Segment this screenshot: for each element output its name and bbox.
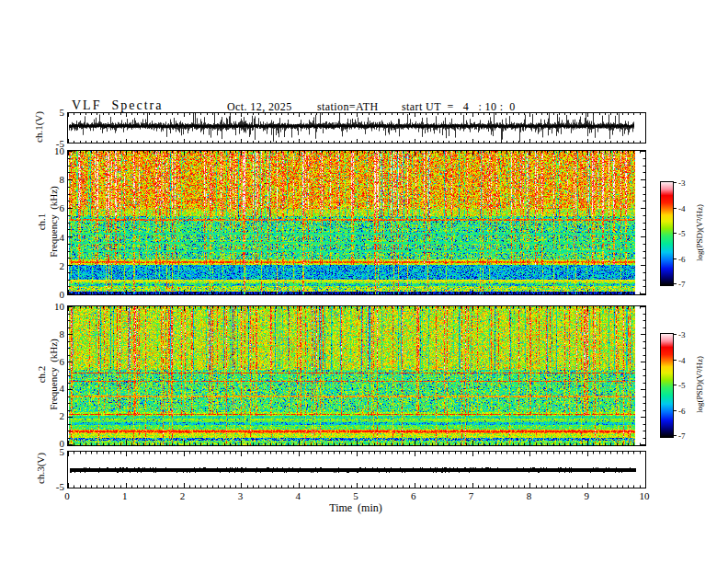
colorbar2-tick-4: [673, 435, 677, 436]
panel-ch1-spectrogram: [67, 150, 646, 295]
time-tick-label-3: 3: [230, 490, 250, 501]
time-tick-label-10: 10: [634, 490, 654, 501]
time-tick-label-5: 5: [346, 490, 366, 501]
time-tick-label-8: 8: [518, 490, 539, 501]
spec2-freq-tick-label-3: 4: [42, 383, 64, 394]
ch3-voltage-axis-title: ch.3(V): [35, 376, 46, 560]
panel-ch3-waveform: [67, 451, 646, 488]
colorbar1-tick-3: [673, 259, 677, 259]
colorbar1-tick-label-3: -6: [678, 255, 686, 264]
colorbar2-tick-1: [673, 360, 677, 361]
colorbar2-tick-0: [673, 334, 677, 335]
panel-ch1-waveform: [67, 112, 646, 144]
colorbar2-tick-label-3: -6: [678, 407, 686, 416]
colorbar-ch2-title: log(PSD)(V²/Hz): [695, 293, 704, 477]
spec2-freq-tick-label-4: 2: [42, 410, 64, 421]
vlf-spectra-figure: VLF Spectra Oct. 12, 2025 station=ATH st…: [0, 0, 728, 563]
colorbar1-tick-label-2: -5: [678, 229, 686, 238]
spec2-freq-tick-label-0: 10: [42, 301, 64, 312]
colorbar1-tick-label-0: -3: [678, 178, 686, 188]
figure-title: VLF Spectra: [72, 98, 163, 113]
colorbar1-tick-label-4: -7: [678, 280, 686, 289]
colorbar2-tick-3: [673, 410, 677, 411]
wave1-volt-tick-label-1: -5: [42, 138, 64, 149]
spec1-freq-tick-label-3: 4: [42, 232, 64, 243]
colorbar-ch2: [660, 333, 674, 438]
colorbar2-tick-label-4: -7: [678, 431, 686, 441]
panel-ch2-spectrogram: [67, 305, 646, 446]
time-tick-label-4: 4: [288, 490, 308, 501]
spec1-freq-tick-label-2: 6: [42, 202, 64, 213]
colorbar-ch1: [660, 181, 674, 286]
time-tick-label-9: 9: [576, 490, 597, 501]
spec1-freq-tick-label-1: 8: [42, 174, 64, 185]
ch3-waveform-canvas: [68, 452, 645, 488]
colorbar2-tick-2: [673, 385, 677, 385]
time-tick-label-2: 2: [173, 490, 193, 501]
spec2-freq-tick-label-1: 8: [42, 328, 64, 339]
spec1-freq-tick-label-5: 0: [42, 289, 64, 300]
wave1-volt-tick-label-0: 5: [42, 107, 64, 118]
wave3-volt-tick-label-1: -5: [42, 481, 64, 492]
time-tick-label-7: 7: [461, 490, 482, 501]
colorbar1-tick-2: [673, 233, 677, 234]
colorbar1-tick-4: [673, 283, 677, 284]
wave3-volt-tick-label-0: 5: [42, 446, 64, 457]
time-tick-label-6: 6: [404, 490, 424, 501]
time-tick-label-1: 1: [115, 490, 135, 501]
spec1-freq-tick-label-4: 2: [42, 260, 64, 271]
colorbar2-tick-label-1: -4: [678, 356, 686, 365]
colorbar2-tick-label-2: -5: [678, 381, 686, 390]
ch1-waveform-canvas: [68, 113, 645, 143]
ch2-spectrogram-canvas: [68, 306, 645, 445]
colorbar1-tick-0: [673, 182, 677, 183]
spec2-freq-tick-label-2: 6: [42, 356, 64, 367]
colorbar1-tick-label-1: -4: [678, 204, 686, 213]
ch1-spectrogram-canvas: [68, 151, 645, 294]
time-axis-title: Time (min): [282, 502, 429, 513]
colorbar2-tick-label-0: -3: [678, 330, 686, 339]
colorbar1-tick-1: [673, 208, 677, 209]
